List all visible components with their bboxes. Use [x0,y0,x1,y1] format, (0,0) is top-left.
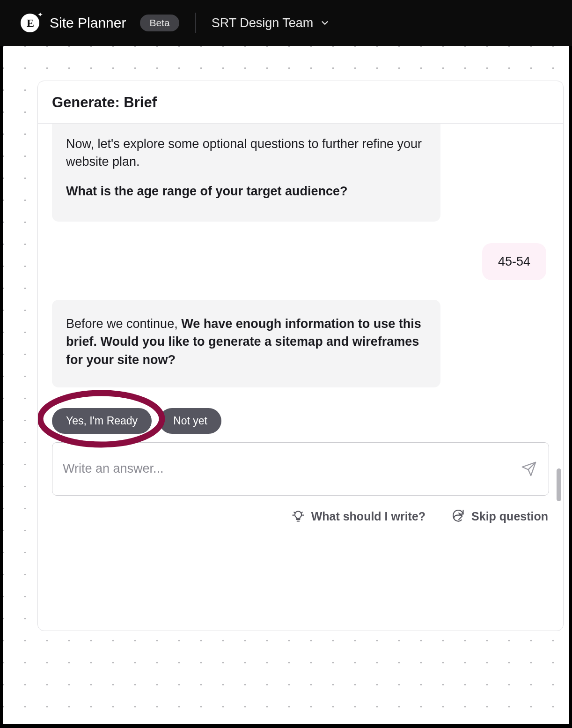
ai-question: What is the age range of your target aud… [66,184,348,198]
hint-label: What should I write? [311,510,425,523]
user-message: 45-54 [482,243,546,280]
svg-line-3 [294,513,295,513]
generate-brief-card: Generate: Brief Now, let's explore some … [37,81,564,631]
answer-input-row [52,442,549,496]
skip-label: Skip question [471,510,548,523]
scrollbar-track[interactable] [557,131,561,623]
skip-arrow-icon [452,510,465,523]
beta-badge: Beta [140,15,179,31]
not-yet-button[interactable]: Not yet [159,408,221,434]
quick-replies: Yes, I'm Ready Not yet [52,408,549,434]
svg-line-4 [301,513,302,513]
hint-button[interactable]: What should I write? [292,510,425,523]
paper-plane-icon [521,461,537,477]
divider [195,13,196,33]
canvas-outer: Generate: Brief Now, let's explore some … [3,46,569,724]
card-title: Generate: Brief [52,94,549,111]
top-bar: E ✦ Site Planner Beta SRT Design Team [0,0,572,46]
chat-body: Now, let's explore some optional questio… [38,124,563,631]
helper-row: What should I write? Skip question [52,510,549,535]
card-header: Generate: Brief [38,81,563,124]
ai-message-1: Now, let's explore some optional questio… [52,124,440,222]
lightbulb-icon [292,510,305,523]
app-title: Site Planner [50,15,126,31]
skip-button[interactable]: Skip question [452,510,548,523]
answer-input[interactable] [63,461,520,476]
ai-message-2: Before we continue, We have enough infor… [52,300,440,387]
scrollbar-thumb[interactable] [557,468,561,501]
team-selector[interactable]: SRT Design Team [212,16,330,30]
sparkle-icon: ✦ [37,11,43,18]
send-button[interactable] [520,460,538,478]
ai2-prefix: Before we continue, [66,317,181,331]
elementor-logo-icon: E ✦ [21,14,39,32]
ai-text: Now, let's explore some optional questio… [66,135,426,171]
logo: E ✦ Site Planner Beta [21,14,179,32]
chevron-down-icon [320,18,330,28]
team-name: SRT Design Team [212,16,314,30]
yes-ready-button[interactable]: Yes, I'm Ready [52,408,152,434]
